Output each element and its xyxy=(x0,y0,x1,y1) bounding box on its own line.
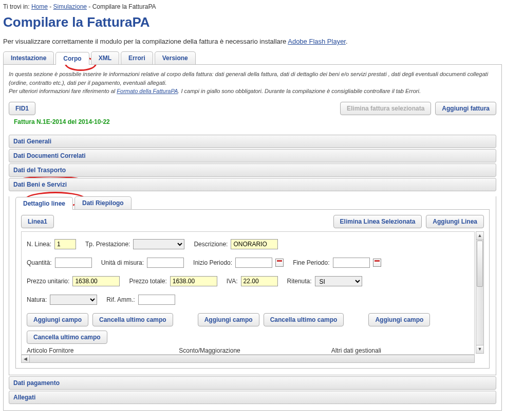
help-text: In questa sezione è possibile inserire l… xyxy=(9,70,496,96)
prezzo-unitario-label: Prezzo unitario: xyxy=(27,278,69,285)
rif-amm-label: Rif. Amm.: xyxy=(106,296,135,303)
accordion-allegati[interactable]: Allegati xyxy=(9,391,496,404)
breadcrumb: Ti trovi in: Home - Simulazione - Compil… xyxy=(3,3,502,10)
unita-misura-input[interactable] xyxy=(147,258,184,268)
quantita-label: Quantità: xyxy=(27,259,52,266)
unita-misura-label: Unità di misura: xyxy=(101,259,144,266)
fattura-caption: Fattura N.1E-2014 del 2014-10-22 xyxy=(14,118,496,125)
fine-periodo-label: Fine Periodo: xyxy=(293,259,329,266)
tab-errori[interactable]: Errori xyxy=(121,51,153,64)
scroll-up-icon[interactable]: ▲ xyxy=(476,232,483,240)
aggiungi-campo-button-2[interactable]: Aggiungi campo xyxy=(198,313,259,326)
accordion-dati-beni-servizi[interactable]: Dati Beni e Servizi xyxy=(9,178,496,191)
ritenuta-select[interactable]: SI xyxy=(315,276,362,286)
aggiungi-linea-button[interactable]: Aggiungi Linea xyxy=(426,215,484,228)
cancella-ultimo-button-2[interactable]: Cancella ultimo campo xyxy=(264,313,344,326)
breadcrumb-prefix: Ti trovi in: xyxy=(3,3,31,10)
breadcrumb-simulazione[interactable]: Simulazione xyxy=(53,3,87,10)
ritenuta-label: Ritenuta: xyxy=(287,278,312,285)
accordion-dati-generali[interactable]: Dati Generali xyxy=(9,135,496,148)
descrizione-label: Descrizione: xyxy=(194,241,228,248)
main-tabs: Intestazione Corpo XML Errori Versione xyxy=(3,51,502,64)
formato-fatturapa-link[interactable]: Formato della FatturaPA xyxy=(117,88,178,94)
breadcrumb-home[interactable]: Home xyxy=(31,3,48,10)
n-linea-label: N. Linea: xyxy=(27,241,51,248)
inizio-periodo-input[interactable] xyxy=(235,258,272,268)
scroll-down-icon[interactable]: ▼ xyxy=(476,345,483,353)
iva-label: IVA: xyxy=(227,278,238,285)
calendar-icon[interactable] xyxy=(275,259,284,267)
aggiungi-fattura-button[interactable]: Aggiungi fattura xyxy=(435,102,496,115)
natura-select[interactable] xyxy=(50,295,97,305)
tab-corpo[interactable]: Corpo xyxy=(55,52,89,65)
prezzo-totale-input[interactable] xyxy=(170,276,217,286)
linea1-button[interactable]: Linea1 xyxy=(21,215,54,228)
horizontal-scrollbar[interactable]: ◀ xyxy=(21,355,475,363)
rif-amm-input[interactable] xyxy=(138,295,175,305)
subtab-dettaglio-linee[interactable]: Dettaglio linee xyxy=(15,197,73,210)
fid1-button[interactable]: FID1 xyxy=(9,102,35,115)
aggiungi-campo-button-3[interactable]: Aggiungi campo xyxy=(368,313,430,326)
accordion-dati-trasporto[interactable]: Dati del Trasporto xyxy=(9,163,496,177)
prezzo-totale-label: Prezzo totale: xyxy=(129,278,166,285)
cancella-ultimo-button-1[interactable]: Cancella ultimo campo xyxy=(92,313,173,326)
altri-dati-title: Altri dati gestionali xyxy=(331,347,469,354)
accordion-dati-documenti[interactable]: Dati Documenti Correlati xyxy=(9,149,496,162)
natura-label: Natura: xyxy=(27,296,47,303)
sub-panel: Linea1 Elimina Linea Selezionata Aggiung… xyxy=(15,209,490,369)
tab-xml[interactable]: XML xyxy=(91,51,119,64)
main-panel: In questa sezione è possibile inserire l… xyxy=(3,64,502,411)
fine-periodo-input[interactable] xyxy=(333,258,370,268)
scroll-thumb[interactable] xyxy=(477,241,483,287)
vertical-scrollbar[interactable]: ▲ ▼ xyxy=(476,231,484,354)
intro-text: Per visualizzare correttamente il modulo… xyxy=(3,38,502,45)
scroll-left-icon[interactable]: ◀ xyxy=(22,355,30,362)
aggiungi-campo-button-1[interactable]: Aggiungi campo xyxy=(27,313,88,326)
accordion-dati-pagamento[interactable]: Dati pagamento xyxy=(9,376,496,390)
elimina-linea-button[interactable]: Elimina Linea Selezionata xyxy=(333,215,422,228)
cancella-ultimo-button-3[interactable]: Cancella ultimo campo xyxy=(27,331,107,344)
calendar-icon[interactable] xyxy=(373,259,381,267)
inizio-periodo-label: Inizio Periodo: xyxy=(193,259,232,266)
flash-player-link[interactable]: Adobe Flash Player xyxy=(288,38,346,45)
page-title: Compilare la FatturaPA xyxy=(3,14,502,30)
form-area: N. Linea: Tp. Prestazione: Descrizione: xyxy=(21,231,475,355)
articolo-fornitore-title: Articolo Fornitore xyxy=(27,347,164,354)
sconto-maggiorazione-title: Sconto/Maggiorazione xyxy=(179,347,316,354)
elimina-fattura-button[interactable]: Elimina fattura selezionata xyxy=(340,102,431,115)
subtab-dati-riepilogo[interactable]: Dati Riepilogo xyxy=(74,196,132,209)
prezzo-unitario-input[interactable] xyxy=(72,276,120,286)
breadcrumb-current: Compilare la FatturaPA xyxy=(92,3,156,10)
tp-prestazione-label: Tp. Prestazione: xyxy=(85,241,130,248)
iva-input[interactable] xyxy=(241,276,278,286)
tab-versione[interactable]: Versione xyxy=(155,51,196,64)
n-linea-input[interactable] xyxy=(54,239,76,249)
quantita-input[interactable] xyxy=(55,258,92,268)
sub-tabs: Dettaglio linee Dati Riepilogo xyxy=(15,196,496,209)
descrizione-input[interactable] xyxy=(231,239,278,249)
tab-intestazione[interactable]: Intestazione xyxy=(3,51,54,64)
accordion-body-beni-servizi: Dettaglio linee Dati Riepilogo Linea1 El… xyxy=(9,196,496,375)
tp-prestazione-select[interactable] xyxy=(133,239,184,249)
